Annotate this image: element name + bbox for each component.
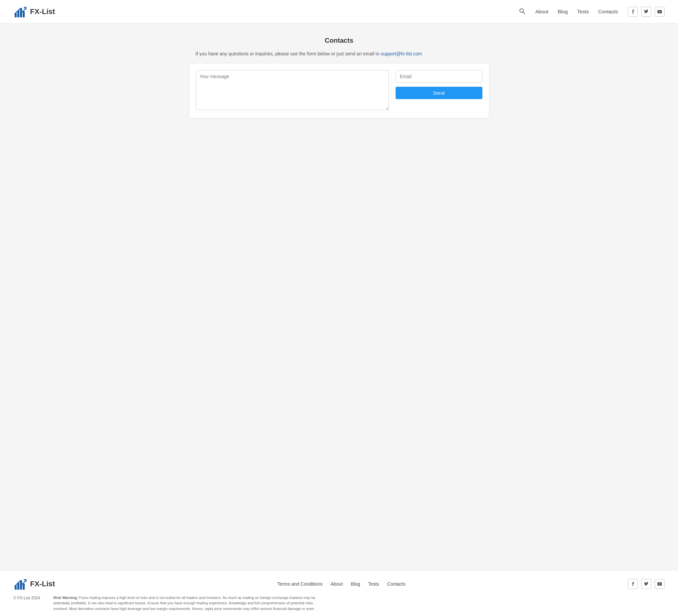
nav-link-contacts[interactable]: Contacts bbox=[598, 9, 618, 14]
nav-link-about[interactable]: About bbox=[535, 9, 549, 14]
footer-social-icons bbox=[628, 579, 665, 589]
footer-link-contacts[interactable]: Contacts bbox=[387, 581, 406, 587]
risk-warning: Risk Warning: Forex trading imposes a hi… bbox=[53, 595, 327, 612]
footer-link-terms[interactable]: Terms and Conditions bbox=[277, 581, 323, 587]
search-button[interactable] bbox=[519, 8, 525, 16]
footer-logo[interactable]: FX-List bbox=[13, 577, 55, 591]
footer-nav-item-about[interactable]: About bbox=[331, 581, 343, 587]
support-email-link[interactable]: support@fx-list.com bbox=[381, 51, 422, 56]
footer-twitter-icon bbox=[644, 582, 649, 586]
header: FX-List About Blog Tests Contacts bbox=[0, 0, 678, 23]
footer-link-tests[interactable]: Tests bbox=[368, 581, 379, 587]
footer-link-about[interactable]: About bbox=[331, 581, 343, 587]
logo-text: FX-List bbox=[30, 7, 55, 16]
contact-form-container: Send bbox=[189, 63, 489, 118]
footer-youtube-icon bbox=[657, 582, 662, 586]
nav-link-blog[interactable]: Blog bbox=[558, 9, 568, 14]
header-nav: About Blog Tests Contacts bbox=[519, 7, 665, 17]
logo-icon bbox=[13, 5, 27, 19]
page-title: Contacts bbox=[0, 37, 678, 44]
nav-item-blog[interactable]: Blog bbox=[558, 9, 568, 15]
logo-list: List bbox=[42, 7, 55, 16]
header-twitter-button[interactable] bbox=[641, 7, 651, 17]
logo-fx: FX- bbox=[30, 7, 42, 16]
risk-warning-text: Forex trading imposes a high level of ri… bbox=[53, 595, 315, 611]
nav-item-tests[interactable]: Tests bbox=[577, 9, 589, 15]
message-area bbox=[196, 70, 389, 111]
footer-nav-item-contacts[interactable]: Contacts bbox=[387, 581, 406, 587]
email-input[interactable] bbox=[396, 70, 482, 83]
risk-warning-label: Risk Warning: bbox=[53, 595, 78, 600]
footer-bottom: © FX-List 2024 Risk Warning: Forex tradi… bbox=[13, 595, 665, 612]
copyright-text: © FX-List 2024 bbox=[13, 595, 40, 600]
footer-link-blog[interactable]: Blog bbox=[351, 581, 360, 587]
main-content: Contacts If you have any questions or in… bbox=[0, 23, 678, 570]
twitter-icon bbox=[644, 9, 649, 14]
footer-youtube-button[interactable] bbox=[655, 579, 665, 589]
footer-logo-list: List bbox=[42, 580, 55, 588]
svg-line-5 bbox=[523, 12, 525, 14]
search-icon bbox=[519, 8, 525, 14]
header-facebook-button[interactable] bbox=[628, 7, 638, 17]
youtube-icon bbox=[657, 9, 662, 14]
footer-nav-item-tests[interactable]: Tests bbox=[368, 581, 379, 587]
intro-text: If you have any questions or inquiries, … bbox=[189, 51, 489, 56]
facebook-icon bbox=[631, 9, 635, 14]
header-youtube-button[interactable] bbox=[655, 7, 665, 17]
footer-logo-icon bbox=[13, 577, 27, 591]
svg-rect-1 bbox=[17, 11, 20, 17]
footer-logo-text: FX-List bbox=[30, 580, 55, 588]
footer: FX-List Terms and Conditions About Blog … bbox=[0, 570, 678, 616]
intro-before-link: If you have any questions or inquiries, … bbox=[196, 51, 381, 56]
header-social-icons bbox=[628, 7, 665, 17]
nav-link-tests[interactable]: Tests bbox=[577, 9, 589, 14]
footer-nav-item-terms[interactable]: Terms and Conditions bbox=[277, 581, 323, 587]
footer-facebook-button[interactable] bbox=[628, 579, 638, 589]
footer-nav-item-blog[interactable]: Blog bbox=[351, 581, 360, 587]
footer-logo-fx: FX- bbox=[30, 580, 42, 588]
logo[interactable]: FX-List bbox=[13, 5, 55, 19]
svg-rect-7 bbox=[17, 583, 20, 590]
main-nav: About Blog Tests Contacts bbox=[535, 9, 618, 15]
footer-top: FX-List Terms and Conditions About Blog … bbox=[13, 577, 665, 591]
nav-item-contacts[interactable]: Contacts bbox=[598, 9, 618, 15]
footer-nav: Terms and Conditions About Blog Tests Co… bbox=[277, 581, 406, 587]
nav-item-about[interactable]: About bbox=[535, 9, 549, 15]
footer-facebook-icon bbox=[631, 582, 635, 586]
send-button[interactable]: Send bbox=[396, 87, 482, 99]
message-textarea[interactable] bbox=[196, 70, 389, 110]
right-panel: Send bbox=[396, 70, 482, 99]
footer-twitter-button[interactable] bbox=[641, 579, 651, 589]
